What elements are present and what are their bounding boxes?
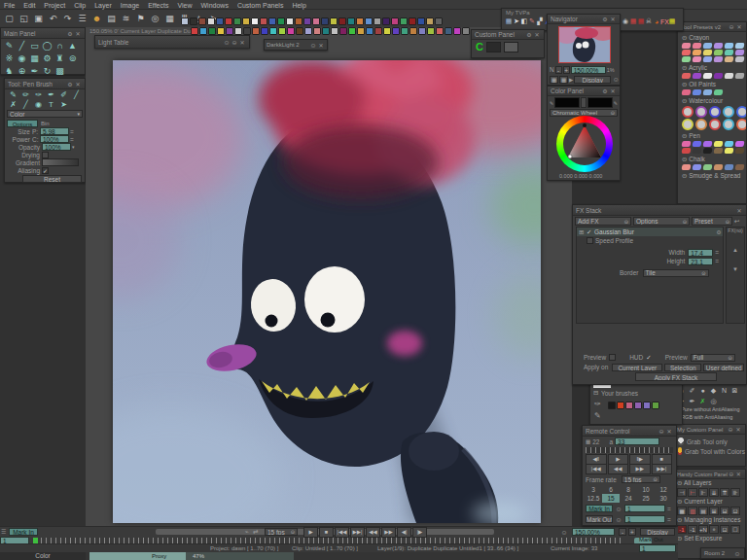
preset-brush-icon[interactable] xyxy=(723,119,734,130)
saved-brush-icon[interactable] xyxy=(652,402,659,409)
landscape-icon[interactable]: ▦ xyxy=(505,18,513,25)
options-icon[interactable]: ⊙ xyxy=(560,529,568,536)
saved-brush-icon[interactable] xyxy=(634,402,642,409)
custom-panel-icon[interactable] xyxy=(401,27,409,35)
custom-panel-icon[interactable] xyxy=(366,27,374,35)
gear-icon[interactable]: ⚙ xyxy=(525,31,533,38)
close-icon[interactable]: ✕ xyxy=(533,31,541,38)
custom-panel-icon[interactable] xyxy=(339,27,347,35)
custom-panel-icon[interactable] xyxy=(338,18,346,25)
custom-panel-icon[interactable] xyxy=(234,27,242,35)
main-tool-icon[interactable]: ◯ xyxy=(41,41,53,51)
preset-brush-icon[interactable] xyxy=(692,148,701,154)
apply-fx-stack-button[interactable]: Apply FX Stack xyxy=(635,372,717,381)
brush-shortcut-icon[interactable]: ◎ xyxy=(708,398,719,405)
layer-action-icon[interactable]: ▥ xyxy=(688,507,697,515)
saved-brush-icon[interactable] xyxy=(625,402,633,409)
saved-brush-icon[interactable] xyxy=(617,402,624,409)
transport-button[interactable]: ▶▶ xyxy=(381,527,396,538)
custom-panel-icon[interactable] xyxy=(382,18,390,25)
main-tool-icon[interactable]: ◉ xyxy=(16,53,28,63)
custom-panel-icon[interactable] xyxy=(295,18,302,25)
fx-effect-name[interactable]: Gaussian Blur xyxy=(594,228,634,235)
display-dropdown[interactable]: Display xyxy=(640,528,675,536)
main-tool-icon[interactable]: ▦ xyxy=(28,53,41,63)
canvas[interactable] xyxy=(113,60,541,523)
preset-brush-icon[interactable] xyxy=(713,43,723,49)
color-button[interactable]: Color xyxy=(0,552,86,560)
gear-icon[interactable]: ⚙ xyxy=(715,228,723,235)
speed-profile-checkbox[interactable] xyxy=(587,237,593,244)
custom-panel-icon[interactable] xyxy=(418,27,426,35)
custom-panel-icon[interactable] xyxy=(287,27,295,35)
power-stepper[interactable]: = xyxy=(70,136,74,143)
mark-out-field[interactable]: 1 xyxy=(624,515,665,523)
close-icon[interactable]: ✕ xyxy=(609,88,617,94)
chromatic-wheel[interactable] xyxy=(556,116,613,172)
close-icon[interactable]: ✕ xyxy=(665,428,673,435)
brush-tool-icon[interactable]: ╱ xyxy=(70,90,83,99)
section-current-layer[interactable]: ⊙ Current Layer xyxy=(674,498,745,506)
nav-mode-button[interactable]: ▦ xyxy=(559,76,568,84)
new-icon[interactable]: ▢ xyxy=(2,14,17,23)
custom-panel-icon[interactable] xyxy=(392,27,400,35)
transport-button[interactable]: ◀◀ xyxy=(366,527,380,538)
transport-button[interactable]: |◀◀ xyxy=(586,464,607,474)
saved-brush-icon[interactable] xyxy=(643,402,651,409)
rate-button[interactable]: 10 xyxy=(637,485,655,494)
zoom-in-button[interactable]: + xyxy=(628,528,636,536)
custom-panel-icon[interactable] xyxy=(268,18,276,25)
nav-mode-button[interactable]: ▦ xyxy=(550,76,558,84)
custom-panel-icon[interactable] xyxy=(435,18,443,25)
brush-shortcut-icon[interactable]: ✗ xyxy=(697,398,708,405)
custom-panel-icon[interactable] xyxy=(313,27,321,35)
saved-brush-icon[interactable] xyxy=(608,402,616,409)
c-shortcut-icon[interactable]: C xyxy=(476,42,483,52)
rate-button[interactable]: 3 xyxy=(585,485,602,494)
preset-brush-icon[interactable] xyxy=(702,73,712,79)
preset-brush-icon[interactable] xyxy=(695,106,707,118)
preset-brush-icon[interactable] xyxy=(681,43,691,49)
width-field[interactable]: 17.4 xyxy=(688,249,713,257)
preview-checkbox[interactable] xyxy=(609,354,616,361)
brush-shortcut-icon[interactable]: N xyxy=(719,387,729,394)
custom-panel-icon[interactable] xyxy=(312,18,320,25)
zoom-out-button[interactable]: - xyxy=(619,528,626,536)
opacity-dd[interactable]: ▾ xyxy=(72,144,75,150)
fx-options-dropdown[interactable]: Options⊙ xyxy=(633,217,690,226)
brush-tool-icon[interactable]: ✏ xyxy=(19,90,32,99)
menu-icon[interactable]: ☰ xyxy=(1,528,6,535)
custom-panel-icon[interactable] xyxy=(322,27,330,35)
layer-action-icon[interactable]: ⊡ xyxy=(730,507,740,515)
minimize-icon[interactable]: ⊖ xyxy=(727,426,734,433)
custom-panel-icon[interactable] xyxy=(347,18,355,25)
hud-check[interactable]: ✓ xyxy=(646,354,651,362)
layer-action-icon[interactable]: ▦ xyxy=(677,507,687,515)
custom-panel-icon[interactable] xyxy=(216,18,224,25)
custom-panel-icon[interactable] xyxy=(365,18,373,25)
menu-item[interactable]: File xyxy=(4,2,15,9)
main-tool-icon[interactable]: ╱ xyxy=(16,41,28,51)
rate-button[interactable]: 6 xyxy=(602,485,620,494)
border-dropdown[interactable]: Tile ⊙ xyxy=(643,269,709,277)
transport-button[interactable]: ◀◀ xyxy=(608,464,629,474)
proxy-slider[interactable]: Proxy 47% xyxy=(89,552,294,560)
options-icon[interactable]: ⊙ xyxy=(615,506,622,512)
close-icon[interactable]: ✕ xyxy=(735,23,743,30)
color-a-swatch[interactable] xyxy=(554,97,580,108)
layer-action-icon[interactable]: ⊩ xyxy=(698,488,708,497)
preset-brush-icon[interactable] xyxy=(724,148,733,154)
brush-icon[interactable]: ✑ xyxy=(594,400,601,408)
minimize-icon[interactable]: ⊖ xyxy=(728,23,735,30)
panels-icon[interactable]: ☰ xyxy=(75,14,89,23)
bolt-icon[interactable]: ⌁ xyxy=(245,528,249,536)
custom-panel-icon[interactable] xyxy=(400,18,408,25)
custom-panel-icon[interactable] xyxy=(242,18,250,25)
preset-brush-icon[interactable] xyxy=(713,56,723,62)
instance-action-icon[interactable]: ⚬ xyxy=(709,525,719,534)
mark-out-button[interactable]: Mark Out xyxy=(586,515,613,523)
size-key[interactable]: P: xyxy=(32,128,40,135)
custom-panel-icon[interactable] xyxy=(191,27,198,35)
brush-tool-icon[interactable]: ✑ xyxy=(32,90,45,99)
transport-button[interactable]: |◀◀ xyxy=(335,527,349,538)
